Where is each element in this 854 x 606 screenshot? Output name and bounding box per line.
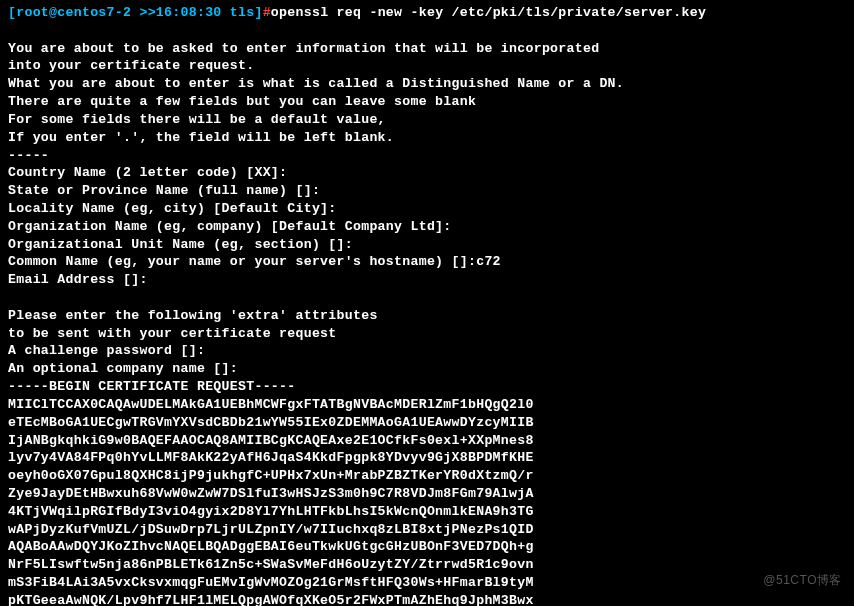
terminal-line: Locality Name (eg, city) [Default City]:	[8, 200, 846, 218]
terminal-line: Zye9JayDEtHBwxuh68VwW0wZwW7DSlfuI3wHSJzS…	[8, 485, 846, 503]
terminal-line: -----BEGIN CERTIFICATE REQUEST-----	[8, 378, 846, 396]
terminal-line: Please enter the following 'extra' attri…	[8, 307, 846, 325]
terminal-line: A challenge password []:	[8, 342, 846, 360]
terminal-output[interactable]: [root@centos7-2 >>16:08:30 tls]#openssl …	[8, 4, 846, 606]
terminal-line: NrF5LIswftw5nja86nPBLETk61Zn5c+SWaSvMeFd…	[8, 556, 846, 574]
prompt-line: [root@centos7-2 >>16:08:30 tls]#openssl …	[8, 4, 846, 22]
terminal-line: to be sent with your certificate request	[8, 325, 846, 343]
terminal-line: IjANBgkqhkiG9w0BAQEFAAOCAQ8AMIIBCgKCAQEA…	[8, 432, 846, 450]
terminal-line: pKTGeeaAwNQK/Lpv9hf7LHF1lMELQpgAWOfqXKeO…	[8, 592, 846, 606]
prompt-command: openssl req -new -key /etc/pki/tls/priva…	[271, 5, 706, 20]
watermark: @51CTO博客	[763, 572, 842, 588]
terminal-line: What you are about to enter is what is c…	[8, 75, 846, 93]
terminal-line: oeyh0oGX07Gpul8QXHC8ijP9jukhgfC+UPHx7xUn…	[8, 467, 846, 485]
terminal-line	[8, 289, 846, 307]
terminal-line: If you enter '.', the field will be left…	[8, 129, 846, 147]
terminal-line: -----	[8, 147, 846, 165]
terminal-line: AQABoAAwDQYJKoZIhvcNAQELBQADggEBAI6euTkw…	[8, 538, 846, 556]
terminal-line: For some fields there will be a default …	[8, 111, 846, 129]
terminal-line	[8, 22, 846, 40]
terminal-line: mS3FiB4LAi3A5vxCksvxmqgFuEMvIgWvMOZOg21G…	[8, 574, 846, 592]
prompt-symbol: #	[263, 5, 271, 20]
terminal-line: Country Name (2 letter code) [XX]:	[8, 164, 846, 182]
terminal-line: State or Province Name (full name) []:	[8, 182, 846, 200]
terminal-line: lyv7y4VA84FPq0hYvLLMF8AkK22yAfH6JqaS4Kkd…	[8, 449, 846, 467]
terminal-line: wAPjDyzKufVmUZL/jDSuwDrp7LjrULZpnIY/w7II…	[8, 521, 846, 539]
terminal-line: Organization Name (eg, company) [Default…	[8, 218, 846, 236]
terminal-line: into your certificate request.	[8, 57, 846, 75]
terminal-line: You are about to be asked to enter infor…	[8, 40, 846, 58]
terminal-line: MIIClTCCAX0CAQAwUDELMAkGA1UEBhMCWFgxFTAT…	[8, 396, 846, 414]
terminal-line: Common Name (eg, your name or your serve…	[8, 253, 846, 271]
prompt-user-host: root@centos7-2 >>16:08:30 tls	[16, 5, 254, 20]
prompt-bracket-close: ]	[254, 5, 262, 20]
terminal-line: Organizational Unit Name (eg, section) […	[8, 236, 846, 254]
terminal-line: Email Address []:	[8, 271, 846, 289]
prompt-bracket-open: [	[8, 5, 16, 20]
terminal-line: There are quite a few fields but you can…	[8, 93, 846, 111]
terminal-line: 4KTjVWqilpRGIfBdyI3viO4gyix2D8Yl7YhLHTFk…	[8, 503, 846, 521]
terminal-line: An optional company name []:	[8, 360, 846, 378]
terminal-line: eTEcMBoGA1UECgwTRGVmYXVsdCBDb21wYW55IEx0…	[8, 414, 846, 432]
